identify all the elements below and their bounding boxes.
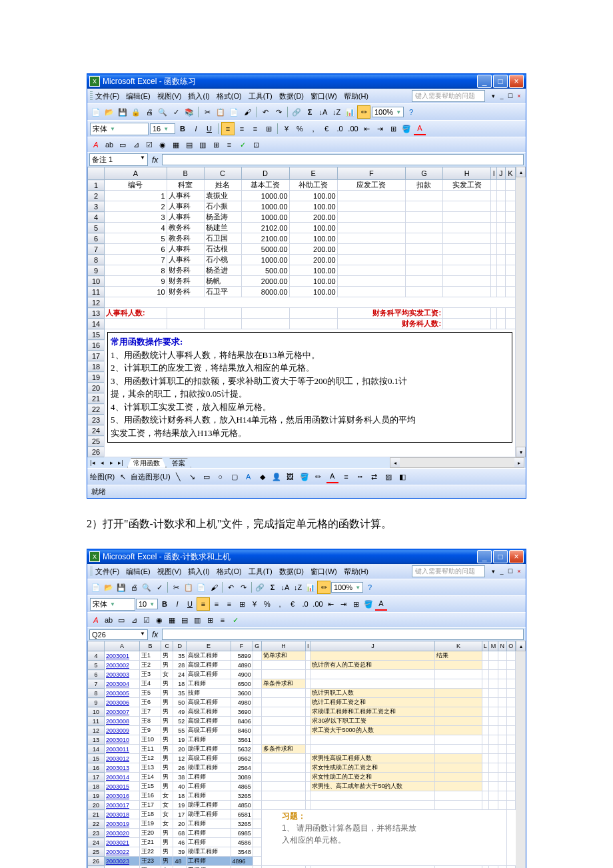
preview-icon[interactable]: 🔍 [157, 106, 169, 118]
cell[interactable] [253, 763, 261, 773]
cell[interactable]: 8000.00 [241, 287, 289, 297]
cell[interactable] [435, 726, 482, 735]
arrow-icon[interactable]: ↘ [187, 471, 199, 483]
cell[interactable] [435, 745, 482, 754]
cell[interactable]: 基本工资 [241, 180, 289, 191]
cell[interactable]: 17 [173, 810, 187, 819]
cell[interactable]: 助理工程师 [187, 810, 231, 819]
cell[interactable]: 人事科 [167, 191, 204, 201]
cell[interactable] [443, 223, 491, 233]
chart-icon[interactable]: 📊 [305, 581, 316, 593]
table-row[interactable]: 7 6 人事科 石达根 5000.00 200.00 [88, 244, 516, 255]
col-header[interactable]: I [306, 641, 310, 651]
oval-icon[interactable]: ○ [215, 471, 227, 483]
cell[interactable]: 姓名 [204, 180, 241, 191]
cell[interactable]: 王13 [140, 763, 161, 773]
row-header[interactable]: 16 [88, 763, 105, 773]
cell[interactable] [443, 233, 491, 244]
tool-icon[interactable]: ▤ [183, 139, 195, 151]
cell[interactable]: 人事科 [167, 255, 204, 265]
row-header[interactable]: 24 [88, 425, 105, 436]
cell[interactable]: 高级工程师 [187, 707, 231, 717]
cell[interactable]: 工程师 [187, 857, 231, 866]
tool-icon[interactable]: ☑ [143, 139, 155, 151]
cell[interactable]: 求30岁以下职工工资 [310, 717, 435, 726]
cell[interactable] [435, 670, 482, 679]
cell[interactable] [435, 801, 482, 810]
print-icon[interactable]: 🖨 [143, 106, 155, 118]
col-header[interactable]: B [140, 641, 161, 651]
tab-nav-first[interactable]: |◂ [89, 459, 97, 466]
merge-icon[interactable]: ⊞ [236, 598, 248, 610]
fill-color-icon[interactable]: 🪣 [362, 598, 374, 610]
cell[interactable] [306, 791, 310, 801]
tool-icon[interactable]: ab [103, 139, 115, 151]
3d-icon[interactable]: ◧ [396, 471, 408, 483]
font-name-combo[interactable]: 宋体▼ [90, 598, 135, 611]
cell[interactable] [337, 287, 405, 297]
cell[interactable] [337, 191, 405, 201]
cell[interactable] [405, 287, 442, 297]
decrease-decimal-icon[interactable]: .00 [312, 598, 324, 610]
cell[interactable]: 3 [105, 212, 167, 223]
menu-window[interactable]: 窗口(W) [310, 91, 337, 101]
toolbar-handle[interactable] [90, 567, 93, 576]
cell[interactable] [435, 782, 482, 791]
tool-icon[interactable]: ◉ [157, 139, 169, 151]
row-header[interactable]: 23 [88, 415, 105, 425]
col-header[interactable]: L [482, 641, 489, 651]
arrow-style-icon[interactable]: ⇄ [368, 471, 380, 483]
col-header[interactable]: J [310, 641, 435, 651]
help-icon[interactable]: ? [364, 581, 376, 593]
align-left-icon[interactable]: ≡ [197, 597, 210, 611]
cell[interactable]: 王9 [140, 726, 161, 735]
cell[interactable] [435, 735, 482, 745]
row-header[interactable]: 8 [88, 689, 105, 698]
table-row[interactable]: 6 2003003 王3 女 24 高级工程师 4900 [88, 670, 516, 679]
cell[interactable]: 7 [105, 255, 167, 265]
table-row[interactable]: 4 3 人事科 杨圣涛 1000.00 200.00 [88, 212, 516, 223]
cell[interactable]: 王6 [140, 698, 161, 707]
cell[interactable]: 王17 [140, 801, 161, 810]
table-row[interactable]: 15 常用函数操作要求: 1、用函数统计人事科人数，将结果放在B13单元格中。 … [88, 329, 516, 340]
line-color-icon[interactable]: ✏ [312, 471, 324, 483]
col-header[interactable]: H [261, 641, 305, 651]
cell[interactable] [435, 698, 482, 707]
tool-icon[interactable]: ▦ [166, 614, 178, 626]
cell[interactable]: 8406 [231, 717, 253, 726]
cell-label[interactable]: 财务科平均实发工资: [337, 308, 442, 319]
cell[interactable] [253, 707, 261, 717]
table-row[interactable]: 6 5 教务科 石卫国 2100.00 100.00 [88, 233, 516, 244]
table-row[interactable]: 21 2003018 王18 女 17 助理工程师 6581 习题： 1、 请用… [88, 810, 516, 819]
row-header[interactable]: 24 [88, 838, 105, 847]
cell[interactable] [310, 801, 435, 810]
italic-icon[interactable]: I [190, 123, 202, 135]
cell[interactable] [261, 791, 305, 801]
cell[interactable]: 6500 [231, 679, 253, 689]
fx-button[interactable]: fx [152, 630, 158, 639]
tool-icon[interactable]: ▦ [170, 139, 182, 151]
col-header[interactable]: J [497, 167, 505, 180]
cell[interactable]: 男 [161, 651, 173, 661]
row-header[interactable]: 12 [88, 297, 105, 308]
cell[interactable] [337, 233, 405, 244]
table-row[interactable]: 14 2003011 王11 男 20 助理工程师 5632 多条件求和 [88, 745, 516, 754]
autosum-icon[interactable]: Σ [267, 581, 279, 593]
row-header[interactable]: 16 [88, 340, 105, 351]
cut-icon[interactable]: ✂ [201, 106, 213, 118]
tool-icon[interactable]: ▥ [191, 614, 203, 626]
cell[interactable]: 王7 [140, 707, 161, 717]
col-header[interactable]: E [289, 167, 337, 180]
cell[interactable]: 4850 [231, 801, 253, 810]
cell[interactable]: 52 [173, 717, 187, 726]
name-box[interactable]: Q26▼ [89, 629, 148, 640]
cell[interactable]: 财务科 [167, 265, 204, 276]
cell[interactable]: 编号 [105, 180, 167, 191]
new-icon[interactable]: 📄 [90, 106, 102, 118]
cell[interactable]: 1000.00 [241, 255, 289, 265]
cell[interactable] [443, 287, 491, 297]
drawing-icon[interactable]: ✏ [357, 105, 370, 119]
cell[interactable]: 2003019 [105, 819, 140, 829]
currency-icon[interactable]: ¥ [249, 598, 261, 610]
fill-color-icon[interactable]: 🪣 [400, 123, 412, 135]
